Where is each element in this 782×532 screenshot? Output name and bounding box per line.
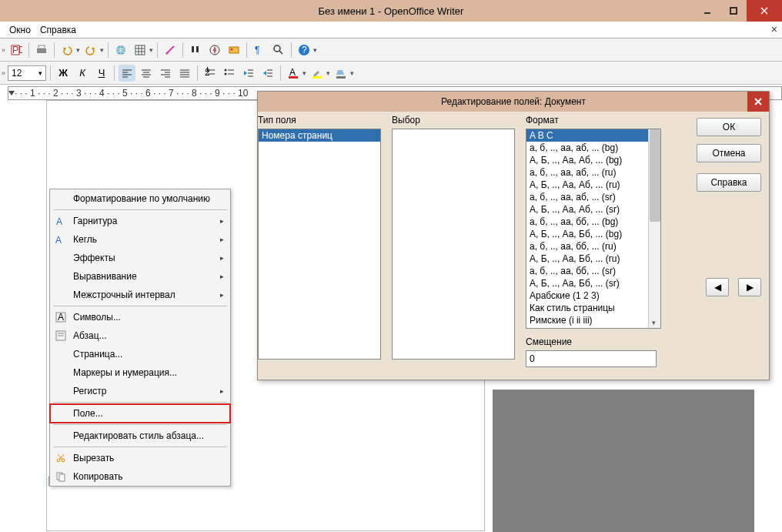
toolbar-more-icon[interactable]: » [2,46,5,54]
dialog-title-bar[interactable]: Редактирование полей: Документ [258,92,769,112]
ctx-linespacing[interactable]: Межстрочный интервал▸ [50,286,230,304]
cancel-button[interactable]: Отмена [697,144,761,162]
format-item[interactable]: Арабские (1 2 3) [526,289,660,302]
find-icon[interactable] [187,42,204,59]
highlight-dropdown[interactable]: ▾ [326,69,330,77]
bold-icon[interactable]: Ж [55,65,72,82]
ok-button[interactable]: ОК [697,118,761,136]
table-icon[interactable] [132,42,149,59]
bg-color-dropdown[interactable]: ▾ [350,69,354,77]
menu-bar: Окно Справка × [0,22,782,38]
menu-help[interactable]: Справка [35,23,81,37]
ctx-align[interactable]: Выравнивание▸ [50,267,230,286]
maximize-button[interactable] [720,0,747,22]
ctx-font[interactable]: A Гарнитура▸ [50,212,230,230]
gallery-icon[interactable] [226,42,242,59]
prev-button[interactable]: ◀ [706,278,729,296]
format-item[interactable]: а, б, .., аа, аб, ... (ru) [526,166,660,179]
dialog-title: Редактирование полей: Документ [441,96,586,107]
format-item[interactable]: А, Б, .., Аа, Аб, ... (ru) [526,179,660,191]
underline-icon[interactable]: Ч [93,65,110,82]
page-margin-area [493,390,754,532]
zoom-icon[interactable] [270,42,287,59]
format-scrollbar[interactable]: ▾ [648,129,660,328]
offset-input[interactable]: 0 [526,350,657,367]
close-document-button[interactable]: × [771,23,777,35]
scissors-icon [55,452,67,464]
print-icon[interactable] [33,42,50,59]
format-item[interactable]: а, б, .., аа, бб, ... (ru) [526,240,660,253]
format-item[interactable]: А, Б, .., Аа, Бб, ... (sr) [526,277,660,289]
ctx-format-default[interactable]: Форматирование по умолчанию [50,189,230,208]
format-listbox[interactable]: A B C а, б, .., аа, аб, ... (bg) А, Б, .… [526,129,661,329]
svg-text:A: A [55,235,62,245]
ctx-field[interactable]: Поле... [50,404,230,423]
table-dropdown[interactable]: ▾ [149,46,153,54]
font-color-dropdown[interactable]: ▾ [302,69,306,77]
format-item[interactable]: а, б, .., аа, аб, ... (sr) [526,191,660,203]
ctx-edit-style[interactable]: Редактировать стиль абзаца... [50,427,230,445]
redo-dropdown[interactable]: ▾ [100,46,104,54]
align-right-icon[interactable] [157,65,174,82]
navigator-icon[interactable] [206,42,223,59]
font-icon: A [55,215,67,227]
window-title: Без имени 1 - OpenOffice Writer [0,5,782,17]
format-item[interactable]: а, б, .., аа, бб, ... (sr) [526,265,660,277]
italic-icon[interactable]: К [74,65,91,82]
highlight-icon[interactable] [309,65,326,82]
ctx-cut[interactable]: Вырезать [50,449,230,467]
ctx-size[interactable]: A Кегль▸ [50,230,230,249]
bg-color-icon[interactable] [333,65,349,82]
next-button[interactable]: ▶ [738,278,761,296]
nonprinting-chars-icon[interactable]: ¶ [251,42,268,59]
svg-text:A: A [58,312,64,323]
svg-point-45 [225,69,227,71]
format-item[interactable]: A B C [526,129,660,142]
ctx-effects[interactable]: Эффекты▸ [50,249,230,267]
help-dropdown[interactable]: ▾ [313,46,317,54]
svg-line-22 [279,51,282,54]
undo-dropdown[interactable]: ▾ [76,46,80,54]
format-item[interactable]: а, б, .., аа, аб, ... (bg) [526,142,660,154]
align-center-icon[interactable] [138,65,155,82]
export-pdf-icon[interactable]: PDF [8,42,25,59]
undo-icon[interactable] [58,42,75,59]
font-color-icon[interactable]: A [285,65,302,82]
label-select: Выбор [392,115,420,125]
ctx-characters[interactable]: A Символы... [50,308,230,326]
format-item[interactable]: А, Б, .., Аа, Бб, ... (bg) [526,228,660,240]
svg-rect-1 [730,8,737,14]
format-item[interactable]: А, Б, .., Аа, Аб, ... (sr) [526,203,660,216]
select-listbox[interactable] [392,129,515,360]
format-item[interactable]: А, Б, .., Аа, Бб, ... (ru) [526,253,660,265]
decrease-indent-icon[interactable] [240,65,257,82]
ctx-page[interactable]: Страница... [50,345,230,363]
numbered-list-icon[interactable]: 12 [202,65,219,82]
ctx-copy[interactable]: Копировать [50,467,230,486]
dialog-close-button[interactable] [747,92,769,112]
type-listbox[interactable]: Номера страниц [258,129,381,360]
align-justify-icon[interactable] [176,65,193,82]
increase-indent-icon[interactable] [259,65,276,82]
edit-fields-dialog: Редактирование полей: Документ Тип поля … [257,91,770,380]
ctx-paragraph[interactable]: Абзац... [50,326,230,345]
hyperlink-icon[interactable] [112,42,129,59]
help-button[interactable]: Справка [697,173,761,192]
format-item[interactable]: А, Б, .., Аа, Аб, ... (bg) [526,154,660,166]
minimize-button[interactable] [694,0,720,22]
redo-icon[interactable] [82,42,99,59]
menu-window[interactable]: Окно [5,23,35,37]
format-item[interactable]: Римские (i ii iii) [526,314,660,326]
ctx-case[interactable]: Регистр▸ [50,382,230,400]
close-button[interactable] [747,0,782,22]
align-left-icon[interactable] [119,65,135,82]
toolbar2-more-icon[interactable]: » [2,69,5,77]
bulleted-list-icon[interactable] [221,65,238,82]
ctx-bullets[interactable]: Маркеры и нумерация... [50,363,230,382]
format-item[interactable]: а, б, .., аа, бб, ... (bg) [526,216,660,228]
font-size-combo[interactable]: 12▾ [8,65,46,81]
format-item[interactable]: Как стиль страницы [526,302,660,314]
help-icon[interactable]: ? [296,42,312,59]
type-item[interactable]: Номера страниц [259,129,380,142]
drawing-icon[interactable] [162,42,179,59]
